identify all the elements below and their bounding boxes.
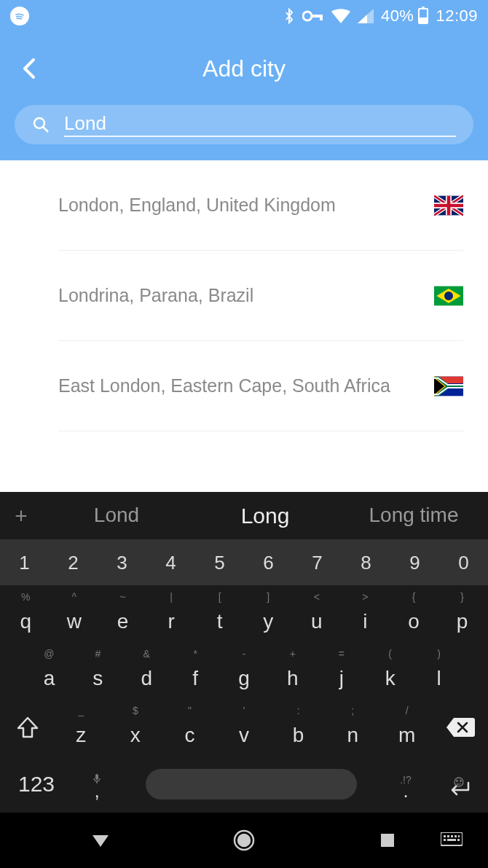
result-label: East London, Eastern Cape, South Africa [58,375,390,396]
svg-point-16 [238,834,250,846]
key-r[interactable]: |r [147,585,196,642]
backspace-key[interactable] [434,699,487,756]
key-s[interactable]: #s [74,642,122,699]
svg-point-12 [454,778,463,786]
svg-rect-26 [457,839,460,841]
key-p[interactable]: }p [438,585,487,642]
num-key-9[interactable]: 9 [390,540,439,585]
result-label: Londrina, Parana, Brazil [58,285,253,306]
num-key-1[interactable]: 1 [0,540,49,585]
clock-time: 12:09 [436,7,478,26]
key-g[interactable]: -g [220,642,269,699]
flag-icon [434,286,463,306]
key-e[interactable]: ~e [98,585,147,642]
key-b[interactable]: :b [271,699,326,756]
key-v[interactable]: 'v [217,699,272,756]
bluetooth-icon [283,7,295,25]
android-nav-bar [0,813,488,868]
period-key[interactable]: .!? . [382,767,430,802]
key-row-3: _z$x"c'v:b;n/m [0,699,488,756]
spotify-icon [10,7,29,26]
key-t[interactable]: [t [195,585,244,642]
nav-keyboard-button[interactable] [437,826,466,855]
suggestion-item[interactable]: Long [191,504,339,528]
result-label: London, England, United Kingdom [58,195,336,216]
status-bar: 40% 12:09 [0,0,488,32]
svg-rect-20 [447,835,449,837]
svg-point-14 [460,781,462,782]
emoji-icon [454,777,464,789]
svg-rect-23 [458,835,460,837]
header: Add city [0,32,488,160]
enter-key[interactable] [430,770,488,799]
key-f[interactable]: *f [171,642,220,699]
num-key-7[interactable]: 7 [293,540,342,585]
suggestion-item[interactable]: Long time [339,504,488,528]
key-row-2: @a#s&d*f-g+h=j(k)l [0,642,488,699]
key-x[interactable]: $x [109,699,163,756]
mic-icon [93,774,101,786]
key-y[interactable]: ]y [244,585,293,642]
suggestion-item[interactable]: Lond [42,504,191,528]
space-key[interactable] [121,769,382,799]
num-key-2[interactable]: 2 [49,540,98,585]
svg-rect-21 [451,835,453,837]
nav-back-button[interactable] [86,826,115,855]
nav-home-button[interactable] [229,826,259,855]
key-d[interactable]: &d [122,642,171,699]
battery-icon [418,8,428,24]
result-item[interactable]: Londrina, Parana, Brazil [58,251,463,341]
nav-recent-button[interactable] [373,826,402,855]
num-key-3[interactable]: 3 [98,540,146,585]
flag-icon [434,195,463,216]
svg-point-4 [34,118,44,128]
wifi-icon [331,9,350,23]
shift-key[interactable] [1,699,54,756]
key-c[interactable]: "c [162,699,217,756]
svg-point-13 [457,781,458,782]
key-j[interactable]: =j [317,642,366,699]
svg-rect-3 [320,15,323,20]
page-title: Add city [15,55,473,82]
result-item[interactable]: East London, Eastern Cape, South Africa [58,341,463,431]
svg-rect-19 [444,835,446,837]
back-button[interactable] [15,54,44,83]
symbols-key[interactable]: 123 [0,772,73,797]
svg-rect-25 [447,839,456,841]
key-m[interactable]: /m [379,699,434,756]
svg-point-1 [303,12,312,20]
search-field-wrap[interactable] [15,105,473,144]
results-list: London, England, United KingdomLondrina,… [0,160,488,492]
svg-rect-11 [95,774,98,780]
comma-key[interactable]: , [73,767,121,802]
flag-icon [434,376,463,396]
suggestion-add-button[interactable]: + [0,504,42,528]
vpn-key-icon [302,10,324,22]
search-input[interactable] [64,112,456,137]
key-k[interactable]: (k [366,642,414,699]
key-n[interactable]: ;n [326,699,380,756]
num-key-5[interactable]: 5 [195,540,244,585]
soft-keyboard: + LondLongLong time 1234567890 %q^w~e|r[… [0,492,488,813]
key-h[interactable]: +h [268,642,317,699]
num-key-6[interactable]: 6 [244,540,293,585]
svg-rect-17 [381,834,394,847]
search-icon [32,116,50,133]
key-row-1: %q^w~e|r[t]y<u>i{o}p [0,585,488,642]
number-row: 1234567890 [0,540,488,585]
key-w[interactable]: ^w [50,585,99,642]
signal-icon [358,9,374,23]
key-i[interactable]: >i [341,585,390,642]
key-l[interactable]: )l [414,642,463,699]
battery-percent: 40% [381,7,414,26]
num-key-8[interactable]: 8 [342,540,390,585]
svg-rect-24 [444,839,446,841]
result-item[interactable]: London, England, United Kingdom [58,160,463,251]
key-q[interactable]: %q [1,585,50,642]
key-o[interactable]: {o [390,585,438,642]
key-a[interactable]: @a [25,642,74,699]
num-key-0[interactable]: 0 [439,540,488,585]
num-key-4[interactable]: 4 [146,540,195,585]
key-u[interactable]: <u [293,585,342,642]
key-z[interactable]: _z [54,699,109,756]
